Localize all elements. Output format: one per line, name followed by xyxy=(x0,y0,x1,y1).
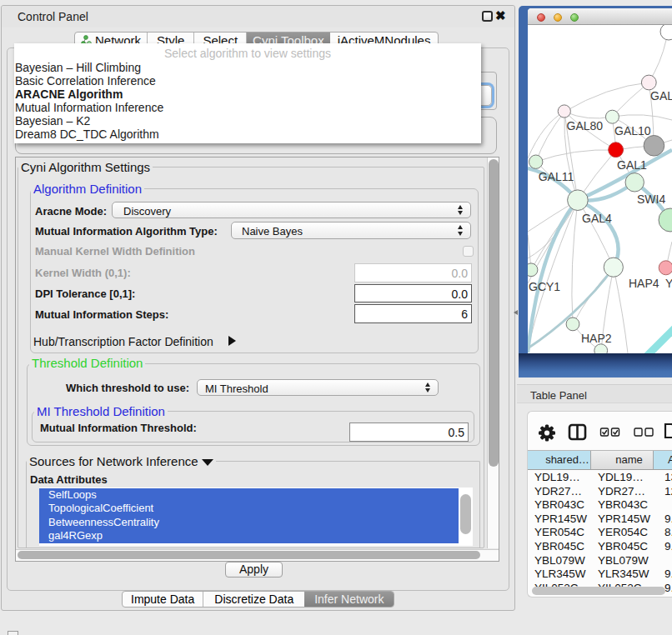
svg-text:GCY1: GCY1 xyxy=(529,280,560,293)
svg-text:HAP2: HAP2 xyxy=(581,332,612,345)
svg-text:GAL80: GAL80 xyxy=(567,119,604,132)
svg-text:GAL11: GAL11 xyxy=(539,170,574,183)
svg-text:SWI4: SWI4 xyxy=(637,192,665,206)
svg-text:GAL10: GAL10 xyxy=(614,124,651,138)
svg-text:GAL4: GAL4 xyxy=(582,212,612,225)
svg-text:GAL1: GAL1 xyxy=(650,89,672,102)
svg-text:Y: Y xyxy=(665,277,672,290)
svg-text:HAP4: HAP4 xyxy=(629,277,659,290)
svg-text:GAL1: GAL1 xyxy=(617,158,647,172)
